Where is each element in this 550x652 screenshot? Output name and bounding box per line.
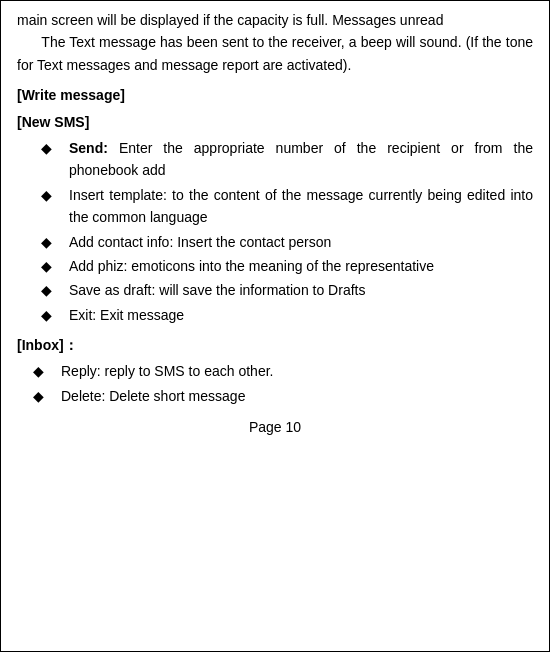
inbox-header: [Inbox]： [17, 334, 533, 356]
bullet-text: Add phiz: emoticons into the meaning of … [69, 255, 533, 277]
diamond-icon: ◆ [41, 231, 61, 253]
new-sms-header: [New SMS] [17, 111, 533, 133]
list-item: ◆ Add phiz: emoticons into the meaning o… [17, 255, 533, 277]
list-item: ◆ Reply: reply to SMS to each other. [17, 360, 533, 382]
list-item: ◆ Exit: Exit message [17, 304, 533, 326]
page-number: Page 10 [17, 419, 533, 435]
diamond-icon: ◆ [41, 279, 61, 301]
bullet-text: Add contact info: Insert the contact per… [69, 231, 533, 253]
intro-span: main screen will be displayed if the cap… [17, 12, 443, 28]
list-item: ◆ Send: Enter the appropriate number of … [17, 137, 533, 182]
inbox-list: ◆ Reply: reply to SMS to each other. ◆ D… [17, 360, 533, 407]
bullet-text: Exit: Exit message [69, 304, 533, 326]
page-container: main screen will be displayed if the cap… [0, 0, 550, 652]
list-item: ◆ Add contact info: Insert the contact p… [17, 231, 533, 253]
list-item: ◆ Insert template: to the content of the… [17, 184, 533, 229]
paragraph-span: The Text message has been sent to the re… [17, 34, 533, 72]
diamond-icon: ◆ [41, 255, 61, 277]
list-item: ◆ Delete: Delete short message [17, 385, 533, 407]
write-message-header: [Write message] [17, 84, 533, 106]
diamond-icon: ◆ [41, 137, 61, 159]
intro-text: main screen will be displayed if the cap… [17, 9, 533, 76]
bullet-text: Send: Enter the appropriate number of th… [69, 137, 533, 182]
bullet-text: Insert template: to the content of the m… [69, 184, 533, 229]
bullet-text: Save as draft: will save the information… [69, 279, 533, 301]
diamond-icon: ◆ [33, 385, 53, 407]
diamond-icon: ◆ [33, 360, 53, 382]
list-item: ◆ Save as draft: will save the informati… [17, 279, 533, 301]
diamond-icon: ◆ [41, 184, 61, 206]
bullet-text: Delete: Delete short message [61, 385, 533, 407]
new-sms-list: ◆ Send: Enter the appropriate number of … [17, 137, 533, 326]
bullet-text: Reply: reply to SMS to each other. [61, 360, 533, 382]
diamond-icon: ◆ [41, 304, 61, 326]
